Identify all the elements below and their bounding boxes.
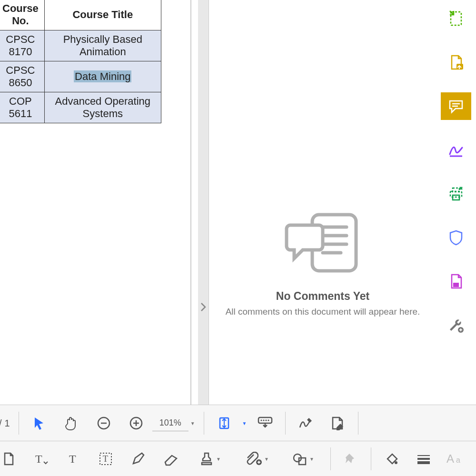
svg-point-22 xyxy=(260,419,262,421)
text-comment-button[interactable] xyxy=(0,447,20,470)
text-box-icon: T xyxy=(98,451,113,466)
text-box-button[interactable]: T xyxy=(94,447,117,470)
select-tool-button[interactable] xyxy=(28,412,50,435)
line-weight-icon xyxy=(416,453,431,465)
highlighted-text: Data Mining xyxy=(74,70,131,82)
pencil-draw-button[interactable] xyxy=(127,447,149,470)
no-comments-illustration-icon xyxy=(285,211,361,278)
shapes-button[interactable]: ▼ xyxy=(285,447,322,470)
save-button[interactable] xyxy=(441,268,471,295)
zoom-out-button[interactable] xyxy=(92,412,115,435)
svg-rect-13 xyxy=(453,283,459,287)
text-icon: T xyxy=(67,452,80,466)
export-pdf-icon xyxy=(448,54,464,70)
stamp-icon xyxy=(199,451,214,466)
zoom-in-icon xyxy=(129,416,144,431)
line-weight-button[interactable] xyxy=(412,447,435,470)
more-tools-button[interactable] xyxy=(441,311,471,339)
plus-badge-icon xyxy=(256,459,262,466)
svg-rect-11 xyxy=(453,188,459,192)
add-text-button[interactable]: T xyxy=(62,447,85,470)
zoom-out-icon xyxy=(96,416,111,431)
read-mode-button[interactable] xyxy=(254,412,277,435)
file-text-icon xyxy=(1,452,16,466)
panel-gutter xyxy=(198,0,209,405)
zoom-level-input[interactable] xyxy=(152,415,188,431)
text-markup-button[interactable]: T xyxy=(30,447,52,470)
annotate-toolbar: T T T ▼ ▼ ▼ Aa xyxy=(0,441,476,476)
comment-tool-button[interactable] xyxy=(441,92,471,120)
edit-document-button[interactable] xyxy=(327,412,349,435)
read-mode-icon xyxy=(257,416,273,430)
table-row: CPSC 8170 Physically Based Animation xyxy=(0,30,161,61)
stamp-button[interactable]: ▼ xyxy=(191,447,228,470)
fill-sign-button[interactable] xyxy=(441,136,471,164)
no-comments-heading: No Comments Yet xyxy=(276,290,369,303)
svg-rect-30 xyxy=(202,463,211,465)
pin-icon xyxy=(344,452,358,466)
panel-divider xyxy=(190,0,191,405)
paint-bucket-icon xyxy=(384,451,399,466)
chevron-right-icon xyxy=(200,302,207,312)
page-separator: / xyxy=(0,418,2,429)
pen-sign-icon xyxy=(298,416,314,430)
edit-document-icon xyxy=(330,416,346,430)
save-icon xyxy=(448,273,464,289)
hand-icon xyxy=(63,415,79,431)
svg-text:T: T xyxy=(103,454,108,464)
svg-text:T: T xyxy=(69,453,76,465)
export-pdf-button[interactable] xyxy=(441,49,471,76)
svg-text:A: A xyxy=(446,452,454,465)
collapse-panel-button[interactable] xyxy=(200,302,207,314)
cell-course-title: Advanced Operating Systems xyxy=(44,92,161,123)
protect-icon xyxy=(448,229,464,246)
font-button[interactable]: Aa xyxy=(445,447,467,470)
tool-rail xyxy=(436,0,476,409)
fill-color-button[interactable] xyxy=(380,447,403,470)
comment-icon xyxy=(448,98,464,114)
cell-course-title: Physically Based Animation xyxy=(44,30,161,61)
cell-course-no: COP 5611 xyxy=(0,92,44,123)
svg-point-34 xyxy=(395,461,397,464)
svg-point-23 xyxy=(263,419,264,421)
fit-page-button[interactable] xyxy=(213,412,236,435)
cursor-icon xyxy=(32,416,46,430)
svg-text:T: T xyxy=(35,453,42,465)
comments-panel: No Comments Yet All comments on this doc… xyxy=(209,0,436,405)
protect-button[interactable] xyxy=(441,224,471,251)
header-course-no: Course No. xyxy=(0,0,44,30)
zoom-in-button[interactable] xyxy=(125,412,148,435)
svg-text:a: a xyxy=(456,456,460,464)
attach-button[interactable]: ▼ xyxy=(238,447,275,470)
svg-point-25 xyxy=(268,419,269,421)
page-total: 1 xyxy=(5,418,10,429)
eraser-icon xyxy=(162,452,178,466)
table-row: CPSC 8650 Data Mining xyxy=(0,61,161,92)
pin-button[interactable] xyxy=(339,447,362,470)
course-table: Course No. Course Title CPSC 8170 Physic… xyxy=(0,0,161,123)
font-icon: Aa xyxy=(446,452,466,466)
header-course-title: Course Title xyxy=(44,0,161,30)
svg-rect-21 xyxy=(258,417,272,423)
compress-page-icon xyxy=(448,10,464,27)
pan-tool-button[interactable] xyxy=(60,412,83,435)
print-production-icon xyxy=(448,186,464,202)
pencil-icon xyxy=(130,451,146,466)
compress-page-button[interactable] xyxy=(441,5,471,32)
no-comments-subtext: All comments on this document will appea… xyxy=(226,306,420,318)
eraser-button[interactable] xyxy=(159,447,182,470)
table-row: COP 5611 Advanced Operating Systems xyxy=(0,92,161,123)
svg-point-24 xyxy=(265,419,267,421)
cell-course-no: CPSC 8170 xyxy=(0,30,44,61)
zoom-dropdown[interactable]: ▼ xyxy=(190,421,195,426)
text-with-cursor-icon: T xyxy=(33,451,49,466)
more-tools-icon xyxy=(448,317,464,333)
print-production-button[interactable] xyxy=(441,180,471,208)
fit-dropdown[interactable]: ▼ xyxy=(242,421,247,426)
shapes-icon xyxy=(292,451,307,466)
cell-course-no: CPSC 8650 xyxy=(0,61,44,92)
quick-sign-button[interactable] xyxy=(294,412,317,435)
cell-course-title[interactable]: Data Mining xyxy=(44,61,161,92)
fit-page-icon xyxy=(217,416,232,431)
sign-icon xyxy=(448,142,464,158)
